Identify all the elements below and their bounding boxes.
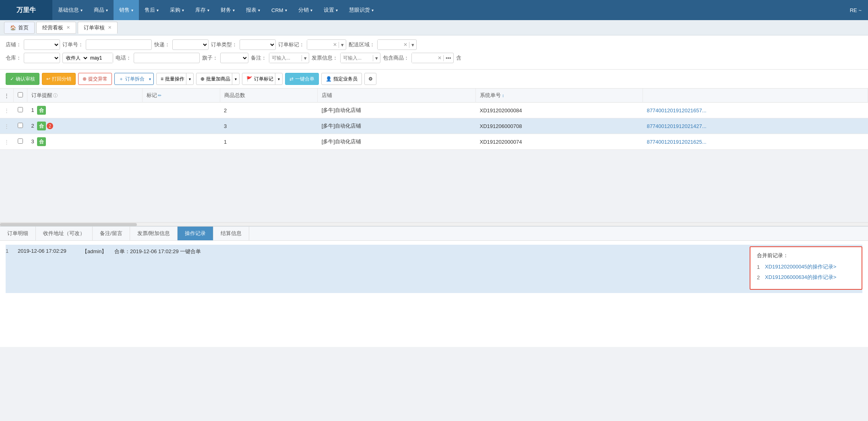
filter-delivery-area: ✕ ▾: [377, 39, 417, 50]
tab-home[interactable]: 🏠 首页: [4, 22, 35, 34]
input-receiver[interactable]: [89, 53, 113, 63]
nav-item-shouhou[interactable]: 售后▾: [139, 0, 164, 20]
btn-order-flag[interactable]: 🚩 订单标记 ▾: [242, 73, 283, 85]
horizontal-scrollbar[interactable]: [0, 222, 868, 226]
nav-item-jichuxinxi[interactable]: 基础信息▾: [52, 0, 88, 20]
row-drag-1: ⋮: [0, 103, 14, 118]
clear-delivery-area[interactable]: ✕: [402, 42, 409, 47]
row-link-2: 8774001201912021427...: [643, 118, 868, 134]
row-link-2-anchor[interactable]: 8774001201912021427...: [647, 123, 706, 129]
drag-handle-icon: ⋮: [4, 93, 9, 99]
dropdown-delivery-area[interactable]: ▾: [409, 42, 416, 48]
select-receiver-type[interactable]: 收件人: [63, 53, 89, 63]
btn-order-split[interactable]: ＋ 订单拆合 ▾: [114, 73, 154, 85]
row-link-3-anchor[interactable]: 8774001201912021625...: [647, 139, 706, 145]
input-order-no[interactable]: [86, 39, 152, 50]
dropdown-contains-goods[interactable]: •••: [443, 55, 453, 61]
label-contains-goods: 包含商品：: [383, 54, 409, 62]
row-link-1-anchor[interactable]: 8774001201912021657...: [647, 107, 706, 114]
dropdown-order-mark[interactable]: ▾: [339, 42, 346, 48]
merge-record-num-1: 1: [757, 264, 765, 270]
merge-record-link-1[interactable]: XD191202000045的操作记录>: [765, 263, 836, 270]
chevron-down-icon[interactable]: ▾: [186, 73, 193, 85]
nav-item-crm[interactable]: CRM▾: [266, 0, 293, 20]
row-3-checkbox[interactable]: [18, 138, 23, 144]
info-icon: ⓘ: [53, 93, 58, 98]
bottom-tab-address[interactable]: 收件地址（可改）: [36, 227, 93, 240]
bottom-panel: 订单明细 收件地址（可改） 备注/留言 发票/附加信息 操作记录 结算信息 1 …: [0, 226, 868, 347]
flag-icon: 🚩: [246, 76, 252, 82]
row-reminder-1: 1 合: [27, 103, 143, 118]
select-all-checkbox[interactable]: [18, 92, 23, 97]
nav-item-caigou[interactable]: 采购▾: [164, 0, 190, 20]
chevron-down-icon: ▾: [285, 8, 287, 12]
row-store-1: [多牛]自动化店铺: [318, 103, 476, 118]
btn-confirm-review[interactable]: ✓ 确认审核: [6, 73, 39, 85]
dropdown-remark[interactable]: ▾: [302, 55, 309, 61]
edit-icon[interactable]: ✏: [158, 93, 161, 98]
bottom-tab-remark[interactable]: 备注/留言: [93, 227, 130, 240]
btn-rollback[interactable]: ↩ 打回分销: [42, 73, 76, 85]
tab-dingdan[interactable]: 订单审核 ✕: [78, 22, 118, 34]
nav-item-xiaoshou[interactable]: 销售▾: [114, 0, 139, 20]
btn-batch-operation[interactable]: ≡ 批量操作 ▾: [156, 73, 194, 85]
input-invoice[interactable]: [341, 53, 373, 63]
select-express[interactable]: [172, 39, 209, 50]
merge-record-link-2[interactable]: XD191206000634的操作记录>: [765, 274, 836, 281]
bottom-tab-operation-records[interactable]: 操作记录: [178, 227, 213, 240]
chevron-down-icon[interactable]: ▾: [146, 73, 153, 85]
close-icon[interactable]: ✕: [108, 25, 112, 30]
nav-item-huiyanjihuo[interactable]: 慧眼识货▾: [343, 0, 379, 20]
close-icon[interactable]: ✕: [66, 25, 70, 30]
row-drag-2: ⋮: [0, 118, 14, 134]
dropdown-invoice[interactable]: ▾: [373, 55, 380, 61]
nav-item-baobiao[interactable]: 报表▾: [240, 0, 266, 20]
bottom-tab-settlement[interactable]: 结算信息: [213, 227, 249, 240]
tabs-bar: 🏠 首页 经营看板 ✕ 订单审核 ✕: [0, 20, 868, 35]
label-contains: 含: [456, 54, 461, 62]
clear-contains-goods[interactable]: ✕: [436, 55, 443, 61]
filter-area: 店铺： 订单号： 快递： 订单类型： 订单标记： ✕ ▾ 配送区域： ✕ ▾ 仓…: [0, 35, 868, 70]
label-phone: 电话：: [116, 54, 131, 62]
chevron-down-icon[interactable]: ▾: [232, 73, 239, 85]
input-delivery-area[interactable]: [378, 40, 402, 50]
nav-item-kucun[interactable]: 库存▾: [190, 0, 215, 20]
btn-settings[interactable]: ⚙: [364, 73, 376, 85]
bottom-tab-order-detail[interactable]: 订单明细: [0, 227, 36, 240]
plus-circle-icon: ⊕: [200, 76, 205, 82]
filter-order-mark: ✕ ▾: [307, 39, 346, 50]
bottom-tab-invoice[interactable]: 发票/附加信息: [130, 227, 178, 240]
row-sys-no-2: XD191206000708: [476, 118, 643, 134]
btn-batch-add-goods[interactable]: ⊕ 批量加商品 ▾: [196, 73, 240, 85]
input-contains-goods[interactable]: [412, 53, 436, 63]
btn-merge-orders[interactable]: ⇄ 一键合单: [285, 73, 319, 85]
select-warehouse[interactable]: [24, 53, 60, 63]
btn-assign-salesman[interactable]: 👤 指定业务员: [321, 73, 362, 85]
row-2-checkbox[interactable]: [18, 123, 23, 128]
select-order-type[interactable]: [240, 39, 276, 50]
drag-handle-icon: ⋮: [4, 123, 9, 129]
th-extra: [643, 89, 868, 103]
clear-order-mark[interactable]: ✕: [331, 42, 339, 47]
input-order-mark[interactable]: [307, 40, 331, 50]
select-flag[interactable]: [220, 53, 248, 63]
nav-item-shezhi[interactable]: 设置▾: [318, 0, 343, 20]
chevron-down-icon: ▾: [157, 8, 159, 12]
input-remark[interactable]: [269, 53, 302, 63]
nav-item-caiwu[interactable]: 财务▾: [215, 0, 240, 20]
chevron-down-icon: ▾: [81, 8, 83, 12]
label-express: 快递：: [154, 41, 170, 48]
select-store[interactable]: [24, 39, 60, 50]
chevron-down-icon[interactable]: ▾: [275, 73, 282, 85]
sort-icon[interactable]: ↕: [502, 93, 504, 98]
scroll-thumb[interactable]: [0, 223, 137, 226]
nav-item-shangpin[interactable]: 商品▾: [88, 0, 114, 20]
input-phone[interactable]: [134, 53, 200, 63]
orders-table: ⋮ 订单提醒ⓘ 标记✏ 商品总数 店铺 系统单号↕ ⋮ 1 合 2 [多牛]自动…: [0, 89, 868, 150]
btn-submit-exception[interactable]: ⊗ 提交异常: [78, 73, 112, 85]
row-1-checkbox[interactable]: [18, 107, 23, 112]
nav-item-fenxiao[interactable]: 分销▾: [293, 0, 318, 20]
ban-icon: ⊗: [83, 76, 87, 82]
bottom-tabs: 订单明细 收件地址（可改） 备注/留言 发票/附加信息 操作记录 结算信息: [0, 227, 868, 241]
tab-jingying[interactable]: 经营看板 ✕: [36, 22, 76, 34]
